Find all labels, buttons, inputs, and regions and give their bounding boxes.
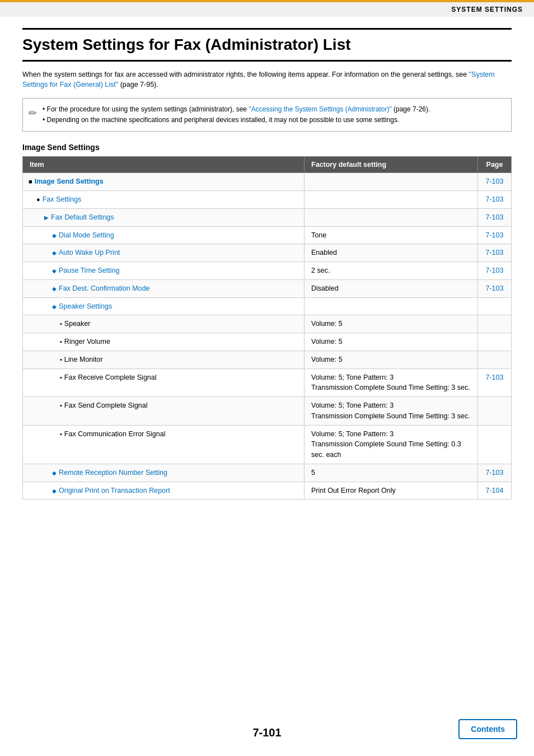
table-cell-factory: Tone [305,226,478,244]
table-cell-item: •Speaker [23,315,305,333]
symbol-diamond: ◆ [52,304,57,310]
table-row: ◆Fax Dest. Confirmation ModeDisabled7-10… [23,279,512,297]
page-link[interactable]: 7-103 [486,213,504,221]
table-cell-page [478,425,512,464]
table-cell-factory: Enabled [305,244,478,262]
symbol-diamond: ◆ [52,470,57,476]
table-cell-item: ■Image Send Settings [23,173,305,191]
symbol-diamond: ◆ [52,488,57,494]
symbol-bullet: • [60,374,62,381]
item-link[interactable]: Remote Reception Number Setting [59,469,167,477]
section-heading: Image Send Settings [22,143,512,152]
page-link[interactable]: 7-103 [486,178,504,185]
table-row: ■Image Send Settings7-103 [23,173,512,191]
note-item-2: Depending on the machine specifications … [43,115,430,125]
table-cell-page[interactable]: 7-103 [478,279,512,297]
table-row: ◆Speaker Settings [23,297,512,315]
table-cell-item: ◆Fax Dest. Confirmation Mode [23,279,305,297]
table-row: ●Fax Settings7-103 [23,191,512,209]
table-cell-factory [305,297,478,315]
item-link[interactable]: Fax Default Settings [51,213,114,221]
symbol-diamond: ◆ [52,232,57,239]
table-cell-item: ▶Fax Default Settings [23,208,305,226]
item-link[interactable]: Pause Time Setting [59,267,119,274]
table-row: •SpeakerVolume: 5 [23,315,512,333]
table-cell-page [478,315,512,333]
page-link[interactable]: 7-103 [486,469,504,477]
page-link[interactable]: 7-103 [486,231,504,239]
table-cell-factory: Volume: 5; Tone Pattern: 3 Transmission … [305,425,478,464]
item-link[interactable]: Auto Wake Up Print [59,249,120,256]
item-link[interactable]: Dial Mode Setting [59,231,114,239]
page-link[interactable]: 7-103 [486,284,504,292]
table-row: ◆Dial Mode SettingTone7-103 [23,226,512,244]
table-cell-page[interactable]: 7-103 [478,173,512,191]
table-cell-factory: Disabled [305,279,478,297]
item-link[interactable]: Fax Settings [43,195,81,203]
table-cell-item: •Fax Send Complete Signal [23,397,305,426]
table-cell-item: •Fax Receive Complete Signal [23,368,305,397]
symbol-bullet: • [60,320,62,327]
item-label: Ringer Volume [64,338,110,346]
table-cell-factory: Print Out Error Report Only [305,482,478,500]
table-cell-item: •Fax Communication Error Signal [23,425,305,464]
col-header-item: Item [23,157,305,173]
table-cell-page[interactable]: 7-103 [478,244,512,262]
item-link[interactable]: Fax Dest. Confirmation Mode [59,284,150,292]
col-header-factory: Factory default setting [305,157,478,173]
item-label: Fax Receive Complete Signal [64,374,157,381]
symbol-diamond: ◆ [52,250,57,256]
table-cell-factory: Volume: 5 [305,315,478,333]
header-bar: SYSTEM SETTINGS [0,0,534,17]
note-link-1[interactable]: "Accessing the System Settings (Administ… [249,105,391,113]
footer: 7-101 Contents [0,726,534,739]
table-cell-page[interactable]: 7-104 [478,482,512,500]
table-row: •Fax Send Complete SignalVolume: 5; Tone… [23,397,512,426]
table-cell-page [478,351,512,368]
page-link[interactable]: 7-104 [486,487,504,494]
symbol-diamond: ◆ [52,286,57,292]
col-header-page: Page [478,157,512,173]
table-cell-factory: Volume: 5; Tone Pattern: 3 Transmission … [305,397,478,426]
table-cell-page[interactable]: 7-103 [478,191,512,209]
note-box: ✏ For the procedure for using the system… [22,98,512,132]
table-cell-item: •Line Monitor [23,351,305,368]
symbol-bullet: • [60,402,62,409]
table-cell-factory: Volume: 5 [305,351,478,368]
table-cell-factory: Volume: 5 [305,333,478,351]
contents-button[interactable]: Contents [458,719,517,739]
item-link[interactable]: Original Print on Transaction Report [59,487,170,494]
table-cell-page[interactable]: 7-103 [478,262,512,280]
table-cell-page[interactable]: 7-103 [478,368,512,397]
table-cell-item: •Ringer Volume [23,333,305,351]
table-cell-item: ◆Original Print on Transaction Report [23,482,305,500]
table-row: ◆Remote Reception Number Setting57-103 [23,464,512,482]
item-label: Fax Communication Error Signal [64,430,166,438]
item-label: Fax Send Complete Signal [64,402,148,409]
table-row: ◆Auto Wake Up PrintEnabled7-103 [23,244,512,262]
table-cell-page[interactable]: 7-103 [478,464,512,482]
page-link[interactable]: 7-103 [486,374,504,381]
table-cell-page[interactable]: 7-103 [478,208,512,226]
table-row: ◆Original Print on Transaction ReportPri… [23,482,512,500]
header-title: SYSTEM SETTINGS [451,6,523,13]
symbol-bullet: • [60,356,62,363]
item-link[interactable]: Speaker Settings [59,302,112,310]
table-row: ◆Pause Time Setting2 sec.7-103 [23,262,512,280]
page-link[interactable]: 7-103 [486,249,504,256]
item-label: Line Monitor [64,356,103,363]
settings-table: Item Factory default setting Page ■Image… [22,156,512,500]
page-link[interactable]: 7-103 [486,267,504,274]
page-link[interactable]: 7-103 [486,195,504,203]
table-cell-item: ◆Speaker Settings [23,297,305,315]
table-cell-factory: 2 sec. [305,262,478,280]
symbol-bullet: • [60,338,62,345]
item-link[interactable]: Image Send Settings [35,178,104,185]
table-cell-page [478,397,512,426]
item-label: Speaker [64,320,91,328]
table-cell-item: ●Fax Settings [23,191,305,209]
table-cell-factory [305,191,478,209]
table-cell-item: ◆Auto Wake Up Print [23,244,305,262]
table-cell-item: ◆Pause Time Setting [23,262,305,280]
table-cell-page[interactable]: 7-103 [478,226,512,244]
